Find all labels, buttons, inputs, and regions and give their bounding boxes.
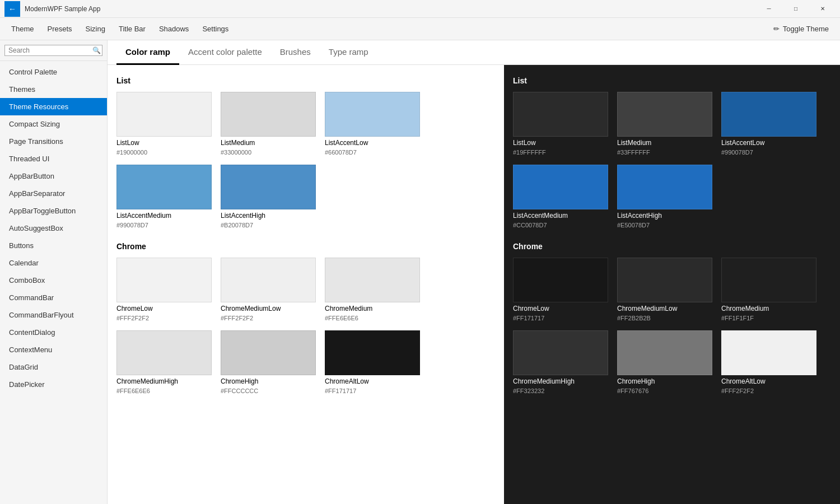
menu-shadows[interactable]: Shadows: [152, 18, 195, 40]
color-swatch-chromemediumhigh: [513, 330, 608, 375]
sidebar-item-calendar[interactable]: Calendar: [0, 254, 107, 272]
search-input[interactable]: [8, 46, 92, 54]
color-item: ChromeAltLow#FF171717: [325, 330, 420, 394]
sidebar-item-contextmenu[interactable]: ContextMenu: [0, 341, 107, 358]
color-name-label: ChromeLow: [116, 305, 212, 312]
color-value-label: #FFE6E6E6: [116, 388, 212, 394]
color-item: ChromeMediumHigh#FF323232: [513, 330, 608, 394]
color-name-label: ChromeMediumLow: [617, 305, 712, 312]
color-name-label: ChromeHigh: [221, 377, 316, 385]
tab-accent-color-palette[interactable]: Accent color palette: [179, 40, 271, 65]
color-name-label: ListMedium: [617, 139, 712, 147]
color-item: ListAccentMedium#990078D7: [116, 165, 212, 228]
panels: ListListLow#19000000ListMedium#33000000L…: [108, 65, 840, 504]
menu-settings[interactable]: Settings: [195, 18, 235, 40]
color-value-label: #990078D7: [116, 222, 212, 228]
menu-presets[interactable]: Presets: [40, 18, 78, 40]
color-name-label: ListMedium: [221, 139, 316, 147]
sidebar-item-commandbar[interactable]: CommandBar: [0, 289, 107, 306]
color-swatch-listlow: [513, 92, 608, 137]
menu-sizing[interactable]: Sizing: [79, 18, 112, 40]
dark-panel: ListListLow#19FFFFFFListMedium#33FFFFFFL…: [504, 65, 840, 504]
color-value-label: #660078D7: [325, 149, 420, 156]
color-swatch-listmedium: [221, 92, 316, 137]
color-swatch-listaccentmedium: [116, 165, 212, 209]
color-name-label: ListAccentMedium: [513, 212, 608, 220]
color-value-label: #FF1F1F1F: [721, 315, 816, 321]
sidebar-scrollbar: Control PaletteThemesTheme ResourcesComp…: [0, 61, 107, 504]
color-swatch-listaccentlow: [721, 92, 816, 137]
menu-theme[interactable]: Theme: [4, 18, 40, 40]
back-button[interactable]: ←: [4, 1, 20, 17]
color-swatch-listaccentlow: [325, 92, 420, 137]
color-grid: ListLow#19FFFFFFListMedium#33FFFFFFListA…: [513, 92, 831, 228]
color-value-label: #CC0078D7: [513, 222, 608, 228]
sidebar-item-commandbarflyout[interactable]: CommandBarFlyout: [0, 306, 107, 324]
sidebar-item-control-palette[interactable]: Control Palette: [0, 63, 107, 81]
color-name-label: ChromeMediumHigh: [513, 377, 608, 385]
color-value-label: #FFF2F2F2: [221, 315, 316, 321]
toggle-theme-button[interactable]: ✏ Toggle Theme: [767, 25, 836, 33]
sidebar-item-page-transitions[interactable]: Page Transitions: [0, 133, 107, 150]
color-item: ChromeLow#FFF2F2F2: [116, 258, 212, 321]
color-value-label: #FF323232: [513, 388, 608, 394]
color-item: ChromeMedium#FF1F1F1F: [721, 258, 816, 321]
color-swatch-chromemediumlow: [221, 258, 316, 302]
search-box: 🔍: [4, 45, 102, 56]
color-name-label: ListLow: [513, 139, 608, 147]
sidebar-item-autosuggestbox[interactable]: AutoSuggestBox: [0, 220, 107, 237]
color-item: ListAccentLow#990078D7: [721, 92, 816, 156]
section-title: Chrome: [116, 242, 495, 251]
tab-type-ramp[interactable]: Type ramp: [320, 40, 377, 65]
sidebar-item-appbarbutton[interactable]: AppBarButton: [0, 167, 107, 185]
title-bar: ← ModernWPF Sample App ─ □ ✕: [0, 0, 840, 18]
color-value-label: #FFE6E6E6: [325, 315, 420, 321]
color-value-label: #FF171717: [513, 315, 608, 321]
color-name-label: ChromeAltLow: [325, 377, 420, 385]
color-value-label: #33FFFFFF: [617, 149, 712, 156]
sidebar-item-buttons[interactable]: Buttons: [0, 237, 107, 254]
color-swatch-chromelow: [513, 258, 608, 302]
color-name-label: ListAccentHigh: [617, 212, 712, 220]
close-button[interactable]: ✕: [810, 0, 836, 18]
color-grid: ChromeLow#FFF2F2F2ChromeMediumLow#FFF2F2…: [116, 258, 495, 394]
sidebar-item-datagrid[interactable]: DataGrid: [0, 358, 107, 376]
sidebar-item-appbarseparator[interactable]: AppBarSeparator: [0, 185, 107, 202]
color-item: ListLow#19FFFFFF: [513, 92, 608, 156]
color-swatch-chromehigh: [617, 330, 712, 375]
search-icon[interactable]: 🔍: [92, 46, 101, 54]
color-item: ChromeLow#FF171717: [513, 258, 608, 321]
maximize-button[interactable]: □: [783, 0, 809, 18]
sidebar-item-compact-sizing[interactable]: Compact Sizing: [0, 115, 107, 133]
sidebar-item-combobox[interactable]: ComboBox: [0, 272, 107, 289]
light-panel: ListListLow#19000000ListMedium#33000000L…: [108, 65, 504, 504]
color-name-label: ChromeHigh: [617, 377, 712, 385]
tab-brushes[interactable]: Brushes: [271, 40, 320, 65]
color-item: ListAccentHigh#B20078D7: [221, 165, 316, 228]
color-swatch-chromemedium: [721, 258, 816, 302]
color-value-label: #FFF2F2F2: [721, 388, 816, 394]
color-swatch-chromemediumhigh: [116, 330, 212, 375]
color-name-label: ListAccentMedium: [116, 212, 212, 220]
minimize-button[interactable]: ─: [756, 0, 782, 18]
sidebar-item-contentdialog[interactable]: ContentDialog: [0, 324, 107, 341]
color-swatch-listaccentmedium: [513, 165, 608, 209]
sidebar-item-themes[interactable]: Themes: [0, 81, 107, 98]
color-value-label: #FF767676: [617, 388, 712, 394]
menu-bar: Theme Presets Sizing Title Bar Shadows S…: [0, 18, 840, 40]
color-swatch-listaccenthigh: [221, 165, 316, 209]
sidebar-search: 🔍: [0, 40, 107, 61]
color-value-label: #19FFFFFF: [513, 149, 608, 156]
menu-titlebar[interactable]: Title Bar: [112, 18, 152, 40]
tab-color-ramp[interactable]: Color ramp: [116, 40, 179, 65]
color-value-label: #FFCCCCCC: [221, 388, 316, 394]
color-item: ChromeHigh#FF767676: [617, 330, 712, 394]
sidebar-item-appbartogglebutton[interactable]: AppBarToggleButton: [0, 202, 107, 220]
color-name-label: ChromeMediumHigh: [116, 377, 212, 385]
sidebar-item-threaded-ui[interactable]: Threaded UI: [0, 150, 107, 167]
color-name-label: ChromeLow: [513, 305, 608, 312]
color-value-label: #FF171717: [325, 388, 420, 394]
sidebar-item-theme-resources[interactable]: Theme Resources: [0, 98, 107, 115]
sidebar-item-datepicker[interactable]: DatePicker: [0, 376, 107, 393]
toggle-theme-label: Toggle Theme: [783, 25, 829, 33]
